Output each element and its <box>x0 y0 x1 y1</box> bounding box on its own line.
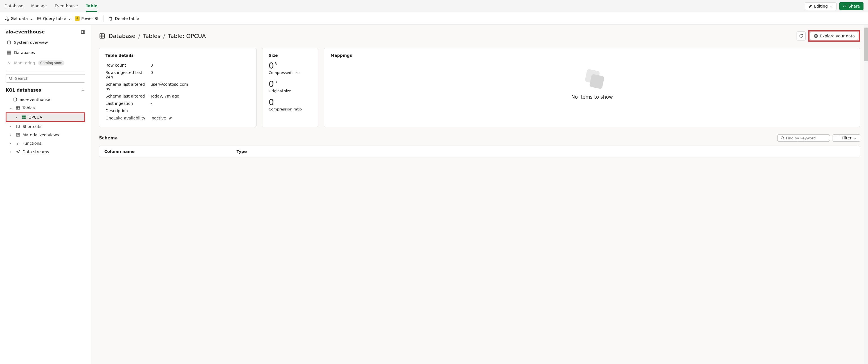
sidebar: aio-eventhouse System overview Databases <box>0 25 91 364</box>
main-content: Database / Tables / Table: OPCUA Explore… <box>91 25 868 364</box>
grid-icon <box>7 50 11 55</box>
card-title: Mappings <box>331 53 352 58</box>
search-input[interactable] <box>15 76 82 81</box>
tab-database[interactable]: Database <box>4 1 23 11</box>
tables-icon <box>16 106 20 110</box>
sidebar-search[interactable] <box>6 74 85 82</box>
tree-item-data-streams[interactable]: › Data streams <box>6 148 85 156</box>
tab-table[interactable]: Table <box>86 1 98 12</box>
filter-button[interactable]: Filter ⌄ <box>833 134 860 142</box>
tree-item-tables[interactable]: ⌄ Tables <box>6 104 85 112</box>
tab-manage[interactable]: Manage <box>31 1 47 11</box>
detail-val: Today, 7m ago <box>151 94 179 98</box>
size-value: 0 <box>269 98 274 106</box>
scrollbar-thumb[interactable] <box>864 28 868 61</box>
card-title: Table details <box>105 53 250 58</box>
get-data-button[interactable]: Get data ⌄ <box>4 16 33 21</box>
share-icon <box>843 4 847 8</box>
svg-rect-14 <box>22 118 24 119</box>
detail-key: Schema last altered by <box>105 82 151 91</box>
breadcrumb-sep: / <box>163 33 165 39</box>
sidebar-item-system-overview[interactable]: System overview <box>6 38 85 47</box>
coming-soon-badge: Coming soon <box>38 60 64 65</box>
query-table-button[interactable]: Query table ⌄ <box>37 16 71 21</box>
tree-item-label: aio-eventhouse <box>20 97 50 102</box>
card-title: Size <box>269 53 312 58</box>
sidebar-item-databases[interactable]: Databases <box>6 48 85 57</box>
chevron-down-icon: ⌄ <box>9 106 13 110</box>
function-icon <box>16 141 20 145</box>
tree-item-label: Data streams <box>23 150 49 154</box>
tree-item-label: Tables <box>23 106 35 110</box>
tree-item-label: Materialized views <box>23 133 59 137</box>
tree-item-materialized-views[interactable]: › Materialized views <box>6 131 85 139</box>
pencil-icon[interactable] <box>168 116 173 120</box>
toolbar-separator <box>103 15 103 22</box>
detail-val: - <box>151 108 152 113</box>
tree-item-database[interactable]: aio-eventhouse <box>6 96 85 103</box>
share-button[interactable]: Share <box>839 2 864 10</box>
search-icon <box>9 76 13 80</box>
svg-rect-2 <box>37 17 41 20</box>
chevron-right-icon: › <box>9 124 13 129</box>
search-icon <box>780 136 784 140</box>
plus-icon[interactable] <box>81 88 85 93</box>
schema-table: Column name Type <box>99 145 860 157</box>
detail-val: 0 <box>151 63 153 67</box>
schema-find[interactable] <box>777 134 830 142</box>
size-label: Original size <box>269 89 312 93</box>
svg-rect-12 <box>22 115 24 117</box>
sidebar-divider <box>6 71 85 71</box>
svg-rect-8 <box>9 53 11 54</box>
no-items-text: No items to show <box>571 94 613 100</box>
refresh-button[interactable] <box>797 31 806 40</box>
table-icon <box>22 115 26 120</box>
breadcrumb: Database / Tables / Table: OPCUA <box>108 33 206 39</box>
breadcrumb-current: Table: OPCUA <box>168 33 206 39</box>
editing-button[interactable]: Editing ⌄ <box>805 2 837 10</box>
trash-icon <box>108 16 113 21</box>
find-input[interactable] <box>786 136 834 140</box>
detail-val: 0 <box>151 70 153 79</box>
chevron-right-icon: › <box>9 150 13 154</box>
database-tree: aio-eventhouse ⌄ Tables › OPCUA › <box>6 96 85 156</box>
share-label: Share <box>848 4 860 8</box>
scrollbar[interactable] <box>864 25 868 364</box>
breadcrumb-database[interactable]: Database <box>108 33 135 39</box>
chevron-down-icon: ⌄ <box>830 4 833 8</box>
col-header-name[interactable]: Column name <box>104 149 237 154</box>
col-header-type[interactable]: Type <box>237 149 855 154</box>
delete-table-button[interactable]: Delete table <box>108 16 139 21</box>
size-label: Compression ratio <box>269 107 312 111</box>
svg-point-10 <box>14 98 17 99</box>
shortcut-icon <box>16 124 20 129</box>
size-value: 0 <box>269 80 274 88</box>
table-grid-icon <box>99 33 105 39</box>
power-bi-button[interactable]: ıl Power BI <box>75 16 98 21</box>
size-card: Size 0B Compressed size 0B Original size… <box>262 48 318 127</box>
empty-state-icon <box>581 70 603 90</box>
svg-rect-5 <box>7 51 9 52</box>
tree-item-opcua[interactable]: › OPCUA <box>6 112 85 122</box>
breadcrumb-tables[interactable]: Tables <box>143 33 160 39</box>
tree-item-shortcuts[interactable]: › Shortcuts <box>6 123 85 130</box>
database-icon <box>13 97 18 102</box>
gauge-icon <box>7 40 11 45</box>
pencil-icon <box>808 4 812 8</box>
delete-table-label: Delete table <box>115 16 139 21</box>
tree-item-functions[interactable]: › Functions <box>6 139 85 147</box>
svg-rect-11 <box>16 106 20 109</box>
explore-data-button[interactable]: Explore your data <box>810 32 859 40</box>
detail-key: Row count <box>105 63 151 67</box>
expand-panel-icon[interactable] <box>81 30 85 34</box>
detail-key: Rows ingested last 24h <box>105 70 151 79</box>
sidebar-item-label: System overview <box>14 40 48 45</box>
editing-label: Editing <box>814 4 828 8</box>
svg-rect-13 <box>24 115 26 117</box>
get-data-label: Get data <box>11 16 28 21</box>
explore-highlight: Explore your data <box>808 30 860 42</box>
size-value: 0 <box>269 62 274 70</box>
stream-icon <box>16 150 20 154</box>
power-bi-icon: ıl <box>75 16 80 21</box>
tab-eventhouse[interactable]: Eventhouse <box>55 1 78 11</box>
